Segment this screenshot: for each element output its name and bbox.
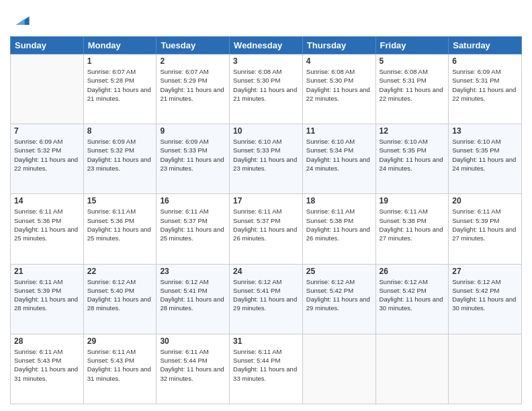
day-info: Sunrise: 6:11 AMSunset: 5:39 PMDaylight:… [14,277,80,313]
day-info: Sunrise: 6:11 AMSunset: 5:37 PMDaylight:… [160,207,226,242]
day-info: Sunrise: 6:11 AMSunset: 5:36 PMDaylight:… [87,207,153,242]
day-number: 20 [452,196,518,205]
calendar-cell [11,54,84,124]
weekday-tuesday: Tuesday [157,37,230,54]
day-info: Sunrise: 6:08 AMSunset: 5:31 PMDaylight:… [380,67,445,103]
calendar-cell: 25Sunrise: 6:12 AMSunset: 5:42 PMDayligh… [302,264,375,334]
weekday-thursday: Thursday [302,37,375,54]
calendar-cell [375,334,449,404]
day-info: Sunrise: 6:09 AMSunset: 5:32 PMDaylight:… [87,137,153,173]
calendar-cell: 8Sunrise: 6:09 AMSunset: 5:32 PMDaylight… [83,124,157,194]
logo [10,9,30,31]
day-number: 3 [233,56,299,66]
calendar-cell: 9Sunrise: 6:09 AMSunset: 5:33 PMDaylight… [157,124,230,194]
day-info: Sunrise: 6:11 AMSunset: 5:43 PMDaylight:… [87,347,153,383]
day-info: Sunrise: 6:12 AMSunset: 5:42 PMDaylight:… [452,277,518,313]
day-number: 4 [306,56,372,66]
day-info: Sunrise: 6:10 AMSunset: 5:35 PMDaylight:… [452,137,518,173]
week-row-4: 21Sunrise: 6:11 AMSunset: 5:39 PMDayligh… [11,264,522,334]
day-number: 24 [233,267,299,276]
header [10,7,522,31]
day-number: 26 [380,267,445,276]
weekday-friday: Friday [375,37,449,54]
weekday-monday: Monday [83,37,157,54]
calendar-cell: 21Sunrise: 6:11 AMSunset: 5:39 PMDayligh… [11,264,84,334]
page: SundayMondayTuesdayWednesdayThursdayFrid… [0,0,532,411]
calendar-cell: 1Sunrise: 6:07 AMSunset: 5:28 PMDaylight… [83,54,157,124]
day-info: Sunrise: 6:11 AMSunset: 5:44 PMDaylight:… [233,347,299,383]
calendar-cell: 26Sunrise: 6:12 AMSunset: 5:42 PMDayligh… [375,264,449,334]
day-number: 1 [87,56,153,66]
calendar-cell: 4Sunrise: 6:08 AMSunset: 5:30 PMDaylight… [302,54,375,124]
day-info: Sunrise: 6:09 AMSunset: 5:31 PMDaylight:… [452,67,518,103]
calendar-cell: 11Sunrise: 6:10 AMSunset: 5:34 PMDayligh… [302,124,375,194]
calendar-cell: 28Sunrise: 6:11 AMSunset: 5:43 PMDayligh… [11,334,84,404]
weekday-saturday: Saturday [449,37,522,54]
day-info: Sunrise: 6:09 AMSunset: 5:32 PMDaylight:… [14,137,80,173]
calendar-cell: 7Sunrise: 6:09 AMSunset: 5:32 PMDaylight… [11,124,84,194]
day-number: 30 [160,336,226,346]
day-number: 28 [14,336,80,346]
calendar-cell: 20Sunrise: 6:11 AMSunset: 5:39 PMDayligh… [449,194,522,264]
day-number: 7 [14,126,80,136]
day-info: Sunrise: 6:07 AMSunset: 5:29 PMDaylight:… [160,67,226,103]
day-number: 18 [306,196,372,205]
day-number: 8 [87,126,153,136]
calendar-cell [302,334,375,404]
day-info: Sunrise: 6:11 AMSunset: 5:39 PMDaylight:… [452,207,518,242]
day-number: 5 [380,56,445,66]
calendar-cell: 15Sunrise: 6:11 AMSunset: 5:36 PMDayligh… [83,194,157,264]
day-info: Sunrise: 6:11 AMSunset: 5:38 PMDaylight:… [306,207,372,242]
day-info: Sunrise: 6:12 AMSunset: 5:40 PMDaylight:… [87,277,153,313]
day-info: Sunrise: 6:10 AMSunset: 5:35 PMDaylight:… [380,137,445,173]
day-number: 2 [160,56,226,66]
day-number: 22 [87,267,153,276]
week-row-2: 7Sunrise: 6:09 AMSunset: 5:32 PMDaylight… [11,124,522,194]
day-number: 15 [87,196,153,205]
day-info: Sunrise: 6:11 AMSunset: 5:37 PMDaylight:… [233,207,299,242]
day-info: Sunrise: 6:10 AMSunset: 5:34 PMDaylight:… [306,137,372,173]
calendar-cell: 5Sunrise: 6:08 AMSunset: 5:31 PMDaylight… [375,54,449,124]
day-number: 27 [452,267,518,276]
day-number: 14 [14,196,80,205]
calendar-cell: 12Sunrise: 6:10 AMSunset: 5:35 PMDayligh… [375,124,449,194]
logo-icon [11,9,30,28]
day-info: Sunrise: 6:08 AMSunset: 5:30 PMDaylight:… [233,67,299,103]
weekday-header-row: SundayMondayTuesdayWednesdayThursdayFrid… [11,37,522,54]
day-number: 17 [233,196,299,205]
day-number: 23 [160,267,226,276]
day-info: Sunrise: 6:12 AMSunset: 5:42 PMDaylight:… [306,277,372,313]
day-info: Sunrise: 6:12 AMSunset: 5:42 PMDaylight:… [380,277,445,313]
weekday-wednesday: Wednesday [230,37,303,54]
day-number: 13 [452,126,518,136]
week-row-5: 28Sunrise: 6:11 AMSunset: 5:43 PMDayligh… [11,334,522,404]
day-number: 16 [160,196,226,205]
svg-marker-1 [16,19,25,25]
calendar-cell: 30Sunrise: 6:11 AMSunset: 5:44 PMDayligh… [157,334,230,404]
calendar-cell: 31Sunrise: 6:11 AMSunset: 5:44 PMDayligh… [230,334,303,404]
calendar-cell: 22Sunrise: 6:12 AMSunset: 5:40 PMDayligh… [83,264,157,334]
day-info: Sunrise: 6:11 AMSunset: 5:36 PMDaylight:… [14,207,80,242]
calendar-cell: 17Sunrise: 6:11 AMSunset: 5:37 PMDayligh… [230,194,303,264]
day-info: Sunrise: 6:11 AMSunset: 5:43 PMDaylight:… [14,347,80,383]
day-number: 25 [306,267,372,276]
day-info: Sunrise: 6:11 AMSunset: 5:44 PMDaylight:… [160,347,226,383]
week-row-1: 1Sunrise: 6:07 AMSunset: 5:28 PMDaylight… [11,54,522,124]
day-number: 31 [233,336,299,346]
day-number: 12 [380,126,445,136]
day-info: Sunrise: 6:10 AMSunset: 5:33 PMDaylight:… [233,137,299,173]
calendar-cell: 3Sunrise: 6:08 AMSunset: 5:30 PMDaylight… [230,54,303,124]
calendar-table: SundayMondayTuesdayWednesdayThursdayFrid… [10,36,522,404]
day-number: 10 [233,126,299,136]
calendar-cell: 29Sunrise: 6:11 AMSunset: 5:43 PMDayligh… [83,334,157,404]
calendar-cell [449,334,522,404]
weekday-sunday: Sunday [11,37,84,54]
calendar-cell: 14Sunrise: 6:11 AMSunset: 5:36 PMDayligh… [11,194,84,264]
calendar-cell: 18Sunrise: 6:11 AMSunset: 5:38 PMDayligh… [302,194,375,264]
calendar-cell: 2Sunrise: 6:07 AMSunset: 5:29 PMDaylight… [157,54,230,124]
calendar-cell: 13Sunrise: 6:10 AMSunset: 5:35 PMDayligh… [449,124,522,194]
day-info: Sunrise: 6:08 AMSunset: 5:30 PMDaylight:… [306,67,372,103]
calendar-cell: 10Sunrise: 6:10 AMSunset: 5:33 PMDayligh… [230,124,303,194]
day-number: 11 [306,126,372,136]
day-number: 9 [160,126,226,136]
